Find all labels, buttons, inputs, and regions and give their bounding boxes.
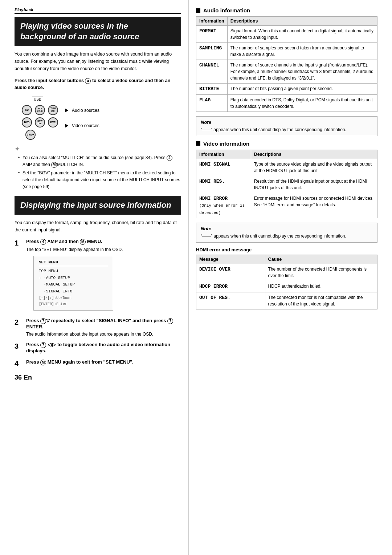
btn-row-1: CD MD/CD-R TUNER	[22, 105, 58, 115]
step-3: 3 Press 7 ◁/▷ to toggle between the audi…	[15, 342, 181, 355]
hdmi-error-title: HDMI error and message	[196, 247, 377, 252]
osd-display: SET MENU TOP MENU → ·AUTO SETUP ·MANUAL …	[33, 256, 113, 310]
btn-row-3: V-AUX	[22, 130, 58, 140]
audio-sources-label: Audio sources	[65, 106, 99, 115]
step-1: 1 Press 4 AMP and then M MENU. The top “…	[15, 239, 181, 313]
step-1-bold: Press 4 AMP and then M MENU.	[26, 239, 181, 245]
audio-row-3-desc: The number of bits passing a given point…	[227, 84, 377, 95]
audio-row-0-info: FORMAT	[196, 26, 228, 43]
note-title-1: Note	[201, 119, 373, 125]
osd-line2: → ·AUTO SETUP	[39, 275, 108, 281]
table-row: BITRATE The number of bits passing a giv…	[196, 84, 377, 95]
video-row-2-info: HDMI ERROR (Only when error is detected)	[196, 193, 251, 218]
step-num-4: 4	[15, 359, 23, 368]
hdmi-row-0-cause: The number of the connected HDMI compone…	[265, 264, 377, 281]
audio-table-header-desc: Descriptions	[227, 17, 377, 26]
audio-row-1-info: SAMPLING	[196, 43, 228, 60]
hdmi-row-0-msg: DEVICE OVER	[196, 264, 265, 281]
btn-dvr[interactable]: DVR	[48, 117, 58, 127]
bold-instruction: Press the input selector buttons a to se…	[15, 77, 181, 91]
step-2-desc: The audio information about the input so…	[26, 331, 181, 337]
table-row: DEVICE OVER The number of the connected …	[196, 264, 377, 281]
video-row-0-desc: Type of the source video signals and the…	[251, 159, 377, 176]
bullet-item-1: You can also select "MULTI CH" as the au…	[18, 154, 181, 168]
note-text-2: “——” appears when this unit cannot displ…	[201, 233, 373, 239]
video-row-0-info: HDMI SIGNAL	[196, 159, 251, 176]
audio-row-2-info: CHANNEL	[196, 60, 228, 84]
hdmi-row-1-cause: HDCP authentication failed.	[265, 281, 377, 292]
note-title-2: Note	[201, 226, 373, 231]
audio-info-header: Audio information	[196, 7, 377, 13]
step-num-1: 1	[15, 239, 23, 247]
audio-row-4-desc: Flag data encoded in DTS, Dolby Digital,…	[227, 94, 377, 112]
step-content-2: Press 7▽ repeatedly to select "SIGNAL IN…	[26, 318, 181, 337]
black-square-audio	[196, 8, 200, 13]
bullet-list: You can also select "MULTI CH" as the au…	[15, 154, 181, 191]
main-title-2: Displaying the input source information	[15, 196, 181, 215]
step-num-2: 2	[15, 318, 23, 327]
table-row: FORMAT Signal format. When this unit can…	[196, 26, 377, 43]
table-row: CHANNEL The number of source channels in…	[196, 60, 377, 84]
video-info-title: Video information	[203, 141, 249, 147]
btn-md-cdr[interactable]: MD/CD-R	[35, 105, 45, 115]
video-info-table: Information Descriptions HDMI SIGNAL Typ…	[196, 150, 377, 219]
table-row: SAMPLING The number of samples per secon…	[196, 43, 377, 60]
step-1-desc: The top “SET MENU” display appears in th…	[26, 246, 181, 253]
note-box-2: Note “——” appears when this unit cannot …	[196, 223, 377, 243]
btn-tuner[interactable]: TUNER	[48, 105, 58, 115]
hdmi-error-table: Message Cause DEVICE OVER The number of …	[196, 255, 377, 309]
btn-dvd[interactable]: DVD	[22, 117, 32, 127]
intro-text-1: You can combine a video image from a vid…	[15, 50, 181, 72]
osd-nav1: [↑]/[↓]:Up/Down	[39, 295, 108, 301]
step-content-3: Press 7 ◁/▷ to toggle between the audio …	[26, 342, 181, 355]
circle-7-2: 7	[40, 318, 46, 324]
table-row: HDCP ERROR HDCP authentication failed.	[196, 281, 377, 292]
circle-m-4: M	[40, 360, 46, 365]
arrow-video	[65, 124, 68, 127]
btn-v-aux[interactable]: V-AUX	[25, 130, 36, 140]
step-content-1: Press 4 AMP and then M MENU. The top “SE…	[26, 239, 181, 313]
hdmi-row-1-msg: HDCP ERROR	[196, 281, 265, 292]
table-row: FLAG Flag data encoded in DTS, Dolby Dig…	[196, 94, 377, 112]
osd-line1: TOP MENU	[39, 268, 108, 275]
btn-row-2: DVD DTV/CBL DVR	[22, 117, 58, 127]
step-content-4: Press M MENU again to exit from "SET MEN…	[26, 359, 181, 367]
hdmi-table-header-cause: Cause	[265, 255, 377, 264]
step-4: 4 Press M MENU again to exit from "SET M…	[15, 359, 181, 368]
buttons-diagram: USB CD MD/CD-R TUNER DVD DTV/CBL DVR V-A…	[22, 96, 58, 140]
video-row-1-info: HDMI RES.	[196, 176, 251, 193]
circle-7-3: 7	[40, 342, 46, 348]
step-2-bold: Press 7▽ repeatedly to select "SIGNAL IN…	[26, 318, 181, 329]
note-text-1: “——” appears when this unit cannot displ…	[201, 126, 373, 133]
hdmi-row-2-cause: The connected monitor is not compatible …	[265, 292, 377, 309]
hdmi-row-2-msg: OUT OF RES.	[196, 292, 265, 309]
step-2: 2 Press 7▽ repeatedly to select "SIGNAL …	[15, 318, 181, 337]
video-table-header-desc: Descriptions	[251, 150, 377, 159]
video-row-2-sub: (Only when error is detected)	[199, 203, 245, 215]
table-row: HDMI RES. Resolution of the HDMI signals…	[196, 176, 377, 193]
step-4-bold: Press M MENU again to exit from "SET MEN…	[26, 359, 181, 365]
hdmi-table-header-msg: Message	[196, 255, 265, 264]
video-row-1-desc: Resolution of the HDMI signals input or …	[251, 176, 377, 193]
audio-info-table: Information Descriptions FORMAT Signal f…	[196, 16, 377, 112]
audio-row-1-desc: The number of samples per second taken f…	[227, 43, 377, 60]
video-info-header: Video information	[196, 141, 377, 147]
audio-info-title: Audio information	[203, 7, 250, 13]
usb-label: USB	[32, 97, 43, 102]
page-number: 36 En	[15, 374, 181, 381]
right-column: Audio information Information Descriptio…	[189, 0, 392, 555]
note-star: ✦	[15, 145, 181, 153]
btn-cd[interactable]: CD	[22, 105, 32, 115]
osd-line3: ·MANUAL SETUP	[39, 281, 108, 288]
video-sources-label: Video sources	[65, 121, 99, 130]
circle-num-a: a	[85, 78, 91, 84]
table-row: OUT OF RES. The connected monitor is not…	[196, 292, 377, 309]
table-row: HDMI SIGNAL Type of the source video sig…	[196, 159, 377, 176]
bullet-item-2: Set the "BGV" parameter in the "MULTI CH…	[18, 170, 181, 191]
osd-line4: ·SIGNAL INFO	[39, 288, 108, 295]
section-label: Playback	[15, 7, 181, 14]
diagram-area: USB CD MD/CD-R TUNER DVD DTV/CBL DVR V-A…	[22, 96, 181, 140]
osd-nav2: [ENTER]:Enter	[39, 301, 108, 307]
btn-dtv-cbl[interactable]: DTV/CBL	[35, 117, 45, 127]
video-table-header-info: Information	[196, 150, 251, 159]
